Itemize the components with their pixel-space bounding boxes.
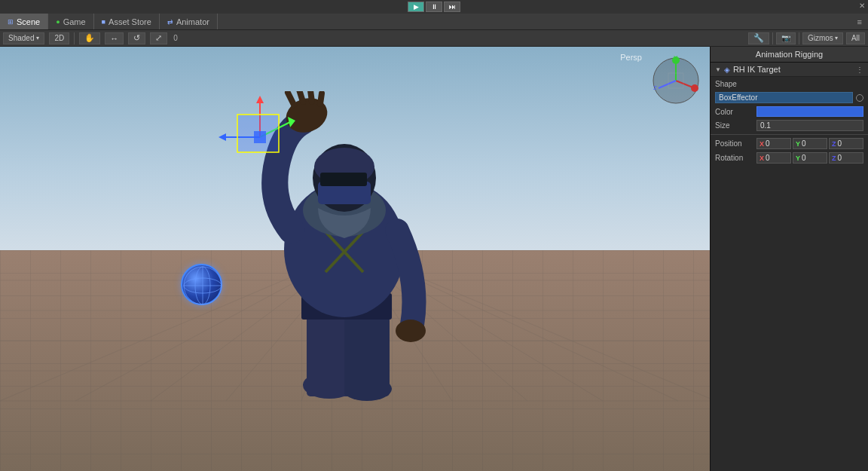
rotate-tool[interactable]: ↺: [128, 32, 145, 44]
right-panel: Animation Rigging ▼ ◈ RH IK Target ⋮ Sha…: [710, 47, 868, 471]
color-row: Color: [711, 105, 868, 118]
svg-marker-42: [288, 117, 295, 127]
gizmos-label: Gizmos: [808, 34, 833, 42]
tab-bar: ⊞ Scene ● Game ■ Asset Store ⇄ Animator …: [0, 14, 868, 30]
scene-tab-label: Scene: [17, 17, 40, 26]
svg-line-35: [320, 93, 322, 104]
manipulator-gizmo: [215, 92, 305, 182]
move-tool[interactable]: ↔: [105, 32, 124, 44]
size-value-text: 0.1: [760, 121, 771, 130]
svg-line-34: [310, 91, 312, 102]
step-button[interactable]: ⏭: [444, 2, 460, 12]
blue-sphere: [181, 264, 222, 305]
shape-value-field[interactable]: BoxEffector: [715, 92, 853, 103]
gizmo-svg: X Y Z: [649, 54, 702, 107]
toolbar-right: 🔧 📷 Gizmos ▾ All: [748, 32, 865, 44]
asset-store-tab-label: Asset Store: [108, 17, 151, 26]
play-button[interactable]: ▶: [408, 2, 424, 12]
hand-tool[interactable]: ✋: [79, 32, 100, 44]
rotation-row: Rotation X 0 Y 0 Z 0: [711, 151, 868, 165]
main-area: X Y Z Persp Animation Rigging ▼ ◈ RH IK …: [0, 47, 868, 471]
shape-value-text: BoxEffector: [719, 93, 758, 102]
pos-z-value: 0: [838, 139, 842, 148]
shaded-label: Shaded: [8, 34, 34, 42]
tab-scene[interactable]: ⊞ Scene: [0, 14, 48, 29]
tab-animator[interactable]: ⇄ Animator: [160, 14, 218, 29]
toolbar-separator-1: [74, 32, 75, 44]
color-swatch[interactable]: [756, 106, 863, 117]
component-menu-button[interactable]: ⋮: [856, 66, 863, 74]
rotation-label: Rotation: [715, 154, 756, 162]
rotation-y-field[interactable]: Y 0: [793, 152, 827, 164]
close-button[interactable]: ✕: [859, 2, 865, 10]
toolbar-separator-3: [799, 32, 799, 44]
svg-text:X: X: [692, 84, 697, 91]
size-value-field[interactable]: 0.1: [756, 120, 863, 131]
2d-toggle[interactable]: 2D: [49, 32, 69, 44]
rot-y-axis-label: Y: [796, 154, 800, 162]
rot-z-value: 0: [838, 154, 842, 162]
svg-marker-40: [256, 96, 264, 103]
toolbar: Shaded ▾ 2D ✋ ↔ ↺ ⤢ 0 🔧 📷 Gizmos ▾ All: [0, 30, 868, 47]
component-icon: ◈: [724, 66, 730, 74]
shape-circle-icon: [856, 94, 863, 102]
viewport[interactable]: X Y Z Persp: [0, 47, 710, 471]
perspective-label: Persp: [620, 53, 642, 62]
component-name-label: RH IK Target: [733, 65, 853, 74]
section-divider-1: [711, 134, 868, 135]
animator-tab-icon: ⇄: [167, 18, 173, 26]
position-label: Position: [715, 139, 756, 148]
gizmos-button[interactable]: Gizmos ▾: [802, 32, 843, 44]
svg-rect-30: [320, 173, 367, 186]
component-header[interactable]: ▼ ◈ RH IK Target ⋮: [711, 63, 868, 77]
animation-rigging-title: Animation Rigging: [756, 50, 823, 59]
tools-button[interactable]: 🔧: [748, 32, 769, 44]
shaded-dropdown-arrow: ▾: [36, 35, 39, 41]
svg-rect-44: [237, 115, 279, 152]
toolbar-separator-2: [772, 32, 773, 44]
size-label: Size: [715, 121, 756, 130]
pos-x-axis-label: X: [760, 140, 764, 148]
game-tab-label: Game: [63, 17, 86, 26]
hamburger-menu[interactable]: ≡: [851, 17, 868, 26]
rot-z-axis-label: Z: [832, 154, 836, 162]
all-button[interactable]: All: [846, 32, 865, 44]
position-z-field[interactable]: Z 0: [829, 138, 863, 149]
scale-tool[interactable]: ⤢: [150, 32, 167, 44]
gizmos-arrow: ▾: [835, 35, 838, 41]
shape-row: Shape: [711, 77, 868, 90]
pause-button[interactable]: ⏸: [426, 2, 442, 12]
asset-store-tab-icon: ■: [102, 18, 105, 26]
position-row: Position X 0 Y 0 Z 0: [711, 136, 868, 151]
animator-tab-label: Animator: [176, 17, 209, 26]
pos-x-value: 0: [766, 139, 770, 148]
all-label: All: [851, 34, 860, 42]
shaded-dropdown[interactable]: Shaded ▾: [3, 32, 44, 44]
color-label: Color: [715, 108, 756, 116]
size-row: Size 0.1: [711, 118, 868, 133]
play-controls: ▶ ⏸ ⏭: [408, 2, 460, 12]
pos-z-axis-label: Z: [832, 140, 836, 148]
rot-x-axis-label: X: [760, 154, 764, 162]
rotation-x-field[interactable]: X 0: [756, 152, 791, 164]
tab-game[interactable]: ● Game: [48, 14, 93, 29]
snap-value-label: 0: [173, 34, 178, 42]
animation-rigging-header: Animation Rigging: [711, 47, 868, 63]
svg-marker-38: [219, 133, 226, 141]
svg-text:Z: Z: [653, 84, 657, 91]
sphere-lines: [182, 265, 224, 307]
svg-text:Y: Y: [674, 54, 678, 61]
rotation-z-field[interactable]: Z 0: [829, 152, 863, 164]
top-bar: ▶ ⏸ ⏭ ✕: [0, 0, 868, 14]
camera-button[interactable]: 📷: [776, 32, 796, 44]
rotation-fields: X 0 Y 0 Z 0: [756, 152, 863, 164]
tab-asset-store[interactable]: ■ Asset Store: [94, 14, 160, 29]
position-y-field[interactable]: Y 0: [793, 138, 827, 149]
viewport-gizmo[interactable]: X Y Z: [649, 54, 702, 107]
rot-x-value: 0: [766, 154, 770, 162]
pos-y-axis-label: Y: [796, 140, 800, 148]
rot-y-value: 0: [802, 154, 806, 162]
position-fields: X 0 Y 0 Z 0: [756, 138, 863, 149]
component-arrow-icon: ▼: [715, 66, 721, 73]
position-x-field[interactable]: X 0: [756, 138, 791, 149]
